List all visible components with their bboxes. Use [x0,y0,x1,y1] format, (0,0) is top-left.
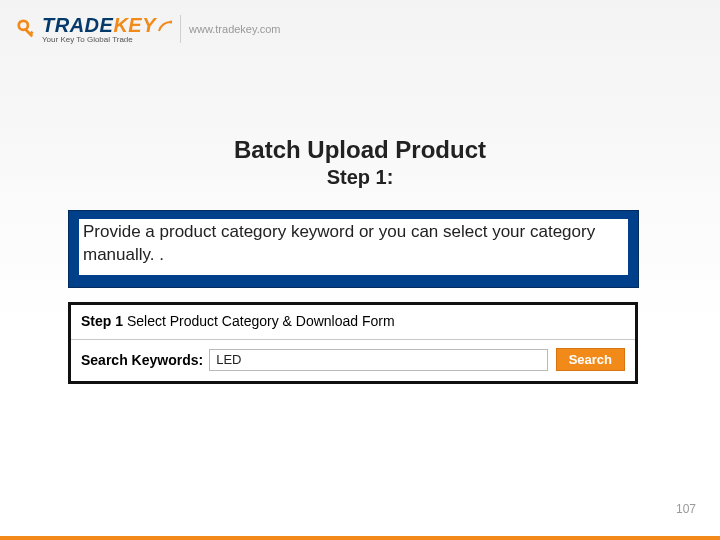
search-row: Search Keywords: Search [71,340,635,381]
slide-title: Batch Upload Product Step 1: [0,136,720,189]
key-icon [16,18,38,40]
arc-icon [158,14,172,37]
step-panel: Step 1 Select Product Category & Downloa… [68,302,638,384]
brand-word-trade: TRADE [42,14,113,37]
instruction-callout: Provide a product category keyword or yo… [68,210,639,288]
title-main: Batch Upload Product [0,136,720,164]
vertical-divider [180,15,181,43]
bottom-stripe [0,536,720,540]
search-keywords-input[interactable] [209,349,547,371]
brand-wordmark: TRADEKEY Your Key To Global Trade [42,14,172,44]
page-number: 107 [676,502,696,516]
step-description: Select Product Category & Download Form [127,313,395,329]
slide: TRADEKEY Your Key To Global Trade www.tr… [0,0,720,540]
step-panel-header: Step 1 Select Product Category & Downloa… [71,305,635,339]
brand-word-key: KEY [113,14,156,37]
step-label: Step 1 [81,313,123,329]
brand-url: www.tradekey.com [189,23,281,35]
svg-point-3 [169,20,172,23]
search-button[interactable]: Search [556,348,625,371]
search-keywords-label: Search Keywords: [81,352,203,368]
brand-header: TRADEKEY Your Key To Global Trade www.tr… [16,14,281,44]
instruction-text: Provide a product category keyword or yo… [79,219,628,275]
title-step: Step 1: [0,166,720,189]
